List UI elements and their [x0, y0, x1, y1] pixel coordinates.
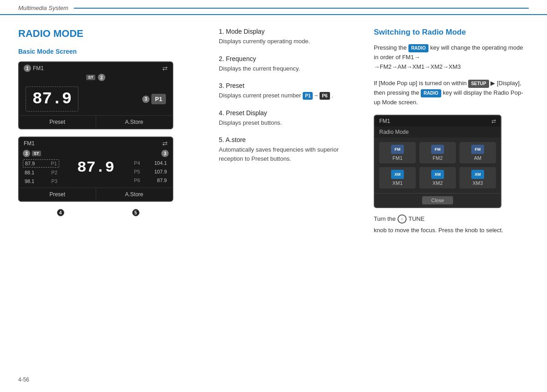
popup-top-bar: FM1 ⇄	[375, 116, 501, 127]
item-4: 4. Preset Display Displays preset button…	[219, 109, 360, 127]
page-header: Multimedia System	[0, 0, 547, 15]
st-badge-2: ST	[32, 151, 41, 156]
freq-display-1: 87.9	[26, 87, 78, 112]
item-1-desc: Displays currently operating mode.	[219, 37, 360, 46]
screen1-icon: ⇄	[162, 65, 168, 72]
item-5-title: 5. A.store	[219, 136, 360, 143]
screen1-label: FM1	[33, 65, 44, 71]
screen2-buttons: Preset A.Store	[19, 188, 172, 201]
right-para-1: Pressing the RADIO key will change the o…	[374, 43, 529, 71]
preset-item-1: 87.9 P1	[23, 159, 59, 168]
screen2-top-row: FM1 ⇄	[19, 137, 172, 147]
popup-btn-am[interactable]: FM AM	[459, 142, 496, 163]
right-column: Switching to Radio Mode Pressing the RAD…	[360, 28, 529, 235]
circle-3b: 3	[23, 150, 30, 157]
item-3: 3. Preset Displays current preset number…	[219, 82, 360, 100]
popup-btn-xm2[interactable]: XM XM2	[419, 167, 456, 188]
preset-item-4: P4 104.1	[132, 159, 169, 167]
popup-close-button[interactable]: Close	[422, 196, 453, 204]
popup-icon: ⇄	[491, 118, 496, 124]
screen1-btn-preset[interactable]: Preset	[19, 116, 96, 128]
indicator-5: 5	[132, 209, 139, 216]
page-number: 4-56	[18, 377, 29, 383]
popup-close-bar: Close	[375, 193, 501, 207]
item-3-desc: Displays current preset number P1 ~ P6 .	[219, 91, 360, 100]
main-title: RADIO MODE	[18, 28, 210, 40]
popup-btn-fm2[interactable]: FM FM2	[419, 142, 456, 163]
circle-1: 1	[24, 65, 31, 72]
screen2-btn-preset[interactable]: Preset	[19, 188, 96, 201]
radio-badge-1: RADIO	[408, 44, 428, 52]
tune-knob-icon: ○	[397, 214, 407, 224]
freq-number-2: 87.9	[77, 159, 114, 176]
item-5-desc: Automatically saves frequencies with sup…	[219, 145, 360, 163]
setup-badge: SETUP	[468, 80, 489, 88]
middle-column: 1. Mode Display Displays currently opera…	[210, 28, 360, 235]
screen2-label: FM1	[24, 140, 35, 147]
left-column: RADIO MODE Basic Mode Screen 1 FM1 ⇄ ST …	[18, 28, 210, 235]
preset-item-2: 88.1 P2	[23, 169, 59, 176]
screen1-btn-astore[interactable]: A.Store	[96, 116, 173, 128]
main-content: RADIO MODE Basic Mode Screen 1 FM1 ⇄ ST …	[0, 15, 547, 244]
item-2: 2. Frequency Displays the current freque…	[219, 55, 360, 73]
right-para-2: If [Mode Pop up] is turned on within SET…	[374, 79, 529, 107]
item-4-desc: Displays preset buttons.	[219, 118, 360, 127]
screen1-body: 87.9 3 P1	[19, 82, 172, 115]
item-1-title: 1. Mode Display	[219, 28, 360, 35]
preset-list-right: 3 P4 104.1 P5 107.9 P6 87.9	[132, 150, 169, 185]
popup-xm3-label-btn: XM3	[473, 180, 483, 186]
screen-mockup-1: 1 FM1 ⇄ ST 2 87.9 3 P1 Preset A.S	[18, 61, 173, 129]
circle-2: 2	[98, 74, 105, 81]
popup-fm1-label: FM1	[379, 118, 390, 124]
circle-3c: 3	[161, 150, 169, 157]
item-1: 1. Mode Display Displays currently opera…	[219, 28, 360, 46]
sub-title: Basic Mode Screen	[18, 48, 210, 55]
item-3-title: 3. Preset	[219, 82, 360, 89]
right-title: Switching to Radio Mode	[374, 28, 529, 37]
popup-screen: FM1 ⇄ Radio Mode FM FM1 FM FM2	[374, 115, 501, 208]
radio-badge-2: RADIO	[421, 89, 441, 97]
bottom-indicators: 4 5	[18, 209, 173, 216]
screen-mockup-2: FM1 ⇄ 3 ST 87.9 P1 88.1 P2	[18, 137, 173, 202]
item-5: 5. A.store Automatically saves frequenci…	[219, 136, 360, 163]
item-4-title: 4. Preset Display	[219, 109, 360, 117]
screen2-btn-astore[interactable]: A.Store	[96, 188, 173, 201]
popup-xm1-label-btn: XM1	[392, 180, 403, 186]
preset-item-6: P6 87.9	[132, 177, 169, 184]
popup-btn-xm1[interactable]: XM XM1	[379, 167, 416, 188]
popup-fm1-label-btn: FM1	[392, 155, 403, 161]
popup-xm2-label-btn: XM2	[433, 180, 443, 186]
preset-item-5: P5 107.9	[132, 168, 169, 175]
screen1-top-row: 1 FM1 ⇄	[19, 62, 172, 72]
st-badge-1: ST	[86, 75, 95, 80]
p6-badge: P6	[320, 92, 330, 100]
preset-item-3: 98.1 P3	[23, 178, 59, 185]
popup-btn-xm3[interactable]: XM XM3	[459, 167, 496, 188]
item-2-title: 2. Frequency	[219, 55, 360, 62]
screen2-center: 87.9	[62, 150, 129, 185]
header-title: Multimedia System	[18, 5, 68, 11]
freq-number-1: 87.9	[32, 90, 72, 108]
indicator-4: 4	[57, 209, 64, 216]
screen2-body: 3 ST 87.9 P1 88.1 P2 98.1 P3	[19, 147, 172, 188]
screen1-buttons: Preset A.Store	[19, 115, 172, 128]
popup-btn-fm1[interactable]: FM FM1	[379, 142, 416, 163]
screen2-icon: ⇄	[162, 140, 168, 147]
preset-list-left: 3 ST 87.9 P1 88.1 P2 98.1 P3	[23, 150, 59, 185]
popup-fm2-label-btn: FM2	[433, 155, 443, 161]
p1-badge: P1	[303, 92, 313, 100]
preset-badge-1: P1	[151, 94, 166, 104]
header-divider	[74, 8, 529, 9]
circle-3a: 3	[142, 96, 150, 103]
right-para-3: Turn the ○ TUNE knob to move the focus. …	[374, 214, 529, 235]
popup-am-label-btn: AM	[474, 155, 482, 161]
popup-grid: FM FM1 FM FM2 FM AM	[375, 137, 501, 193]
item-2-desc: Displays the current frequency.	[219, 64, 360, 73]
popup-title-bar: Radio Mode	[375, 127, 501, 137]
